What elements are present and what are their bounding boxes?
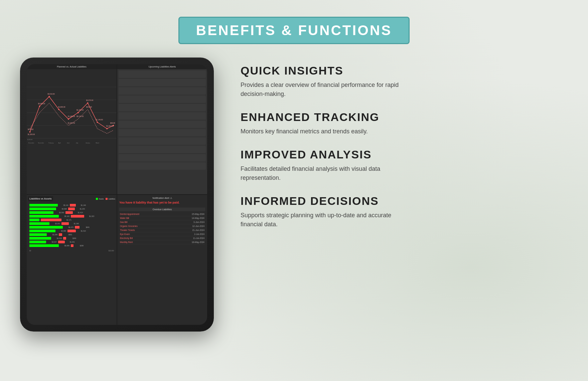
bar-value-red: $1,296 [69,223,79,225]
panel3-title: Liabilities vs Assets [28,196,53,201]
bar-red [71,215,84,218]
legend-assets-label: Assets [99,198,104,200]
svg-text:April: April [58,142,61,144]
bar-row: $5,162 $1,323 [29,215,114,218]
panel1-title: Planned vs. Actual Liabilities [27,64,117,69]
svg-text:$2,070.00: $2,070.00 [86,100,94,101]
overdue-item-name: Eye Exam [120,233,130,235]
feature-desc-enhanced-tracking: Monitors key financial metrics and trend… [241,127,408,136]
legend-liabilities-label: Liabilities [108,198,115,200]
bar-value-red: $1,253 [76,208,85,210]
overdue-item: Dentist Appointment 15-May-2024 [119,212,205,216]
alert-row [119,71,206,78]
feature-quick-insights: QUICK INSIGHTS Provides a clear overview… [241,64,568,99]
bar-chart: $5,141 $1,146 $4,668 $1,253 $3,5 [28,203,115,249]
bar-value-red: $1,410 [77,230,86,232]
bar-green [29,204,58,207]
bar-value-green: $4,019 [52,237,62,239]
legend-liabilities: Liabilities [106,198,115,200]
feature-title-improved-analysis: IMPROVED ANALYSIS [241,148,568,161]
svg-point-12 [97,122,98,123]
bar-value-green: $3,880 [57,230,66,232]
overdue-item-name: Theater Tickets [120,229,135,231]
feature-informed-decisions: INFORMED DECISIONS Supports strategic pl… [241,195,568,229]
svg-text:$970.00: $970.00 [28,129,34,130]
feature-title-quick-insights: QUICK INSIGHTS [241,64,568,77]
bar-green [29,244,59,247]
svg-text:$5,144.00: $5,144.00 [77,116,84,117]
svg-point-5 [29,131,31,133]
overdue-item-name: Electricity Bill [120,237,133,239]
bar-row: $4,019 $290 [29,237,114,240]
overdue-item-date: 12-Jun-2024 [192,225,205,227]
alert-row [119,129,206,136]
panel2-title: Upcoming Liabilities Alerts [117,64,207,69]
alert-row [119,104,206,111]
svg-point-10 [78,112,79,113]
alert-row [119,121,206,128]
tablet-mockup: Planned vs. Actual Liabilities [20,57,214,332]
bar-row: $4,668 $1,253 [29,208,114,210]
svg-text:March: March [96,142,100,144]
bar-red [67,230,76,232]
overdue-item-name: Organic Groceries [120,225,138,227]
bar-red [59,233,62,236]
bar-red [63,237,66,240]
bar-value-red: $290 [67,237,76,239]
alert-row [119,79,206,86]
alert-row [119,96,206,103]
feature-title-informed-decisions: INFORMED DECISIONS [241,195,568,208]
bar-green [29,233,47,236]
svg-text:December: December [28,142,34,144]
bar-value-green: $6,470 [64,226,74,228]
bar-green [29,237,51,240]
bar-green [29,222,49,225]
panel-upcoming-alerts: Upcoming Liabilities Alerts [117,64,207,194]
svg-point-9 [68,118,69,120]
svg-text:$1,294.00: $1,294.00 [68,122,75,124]
overdue-item-date: 3-Jun-2024 [193,221,204,223]
bar-green [29,241,46,243]
bar-value-red: $299 [74,245,84,247]
bar-value-red: $551 [63,234,72,236]
overdue-item: Monthly Rent 18-May-2024 [119,240,205,244]
line-chart-svg: $3,060.00 $3,510.00 $1,800.00 $1,160.00 … [27,69,117,156]
overdue-item-name: Gas Bill [120,221,127,223]
bar-row: $2,171 [29,219,114,221]
feature-improved-analysis: IMPROVED ANALYSIS Facilitates detailed f… [241,148,568,182]
svg-text:$1,146.00: $1,146.00 [96,119,103,121]
bar-value-green: $4,668 [57,208,67,210]
panel-liabilities-assets: Liabilities vs Assets Assets Liabilities [27,195,117,325]
bar-value-green: $3,500 [55,212,64,214]
overdue-item-name: Monthly Rent [120,241,133,243]
overdue-item: Water Bill 14-May-2024 [119,216,205,220]
overdue-item-date: 21-Jun-2024 [192,229,205,231]
header-badge: BENEFITS & FUNCTIONS [178,17,410,44]
overdue-item: Gas Bill 3-Jun-2024 [119,220,205,224]
bar-value-green: $6,895 [60,245,69,247]
bar-green [29,219,39,221]
overdue-item: Organic Groceries 12-Jun-2024 [119,224,205,228]
svg-text:$1,800.00: $1,800.00 [58,106,65,108]
bar-row: $3,299 $551 [29,233,114,236]
svg-text:$1,414.00: $1,414.00 [106,125,114,127]
alert-row [119,137,206,145]
overdue-item-date: 2-Jul-2024 [194,233,204,235]
bar-value-green: $5,141 [59,204,68,206]
bar-row: $3,500 $1,414 [29,211,114,214]
overdue-item-date: 11-Jul-2024 [193,237,204,239]
features-panel: QUICK INSIGHTS Provides a clear overview… [241,57,568,241]
overdue-item-date: 18-May-2024 [192,241,204,243]
svg-text:$1,233.00: $1,233.00 [77,109,84,111]
bar-red [61,222,69,225]
bar-red [68,208,75,210]
overdue-item: Eye Exam 2-Jul-2024 [119,232,205,236]
bar-green [29,226,63,229]
svg-text:February: February [48,142,53,144]
overdue-item-name: Water Bill [120,217,129,219]
bar-green [29,230,55,232]
overdue-list: Dentist Appointment 15-May-2024 Water Bi… [119,212,205,244]
svg-point-11 [87,102,89,104]
bar-value-red: $941 [80,226,90,228]
alerts-rows [117,69,207,172]
